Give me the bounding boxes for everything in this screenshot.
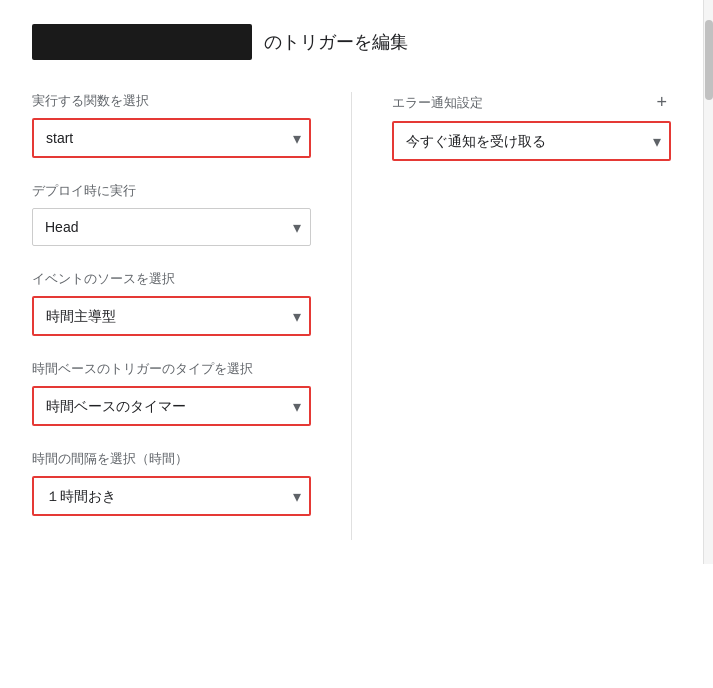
scrollbar-handle[interactable] [705, 20, 713, 100]
interval-select-wrapper: １時間おき ▾ [32, 476, 311, 516]
notification-select[interactable]: 今すぐ通知を受け取る [392, 121, 671, 161]
trigger-type-select-label: 時間ベースのトリガーのタイプを選択 [32, 360, 311, 378]
right-panel-title: エラー通知設定 [392, 94, 483, 112]
deploy-select[interactable]: Head [32, 208, 311, 246]
scrollbar[interactable] [703, 0, 713, 564]
function-select[interactable]: start [32, 118, 311, 158]
interval-select-group: 時間の間隔を選択（時間） １時間おき ▾ [32, 450, 311, 516]
deploy-select-wrapper: Head ▾ [32, 208, 311, 246]
page-title: のトリガーを編集 [264, 30, 408, 54]
left-panel: 実行する関数を選択 start ▾ デプロイ時に実行 [32, 92, 352, 540]
event-source-select-label: イベントのソースを選択 [32, 270, 311, 288]
notification-select-group: 今すぐ通知を受け取る ▾ [392, 121, 671, 161]
main-content: 実行する関数を選択 start ▾ デプロイ時に実行 [32, 92, 671, 540]
function-select-label: 実行する関数を選択 [32, 92, 311, 110]
event-source-select-group: イベントのソースを選択 時間主導型 ▾ [32, 270, 311, 336]
trigger-type-select-wrapper: 時間ベースのタイマー ▾ [32, 386, 311, 426]
notification-select-wrapper: 今すぐ通知を受け取る ▾ [392, 121, 671, 161]
event-source-select[interactable]: 時間主導型 [32, 296, 311, 336]
event-source-select-wrapper: 時間主導型 ▾ [32, 296, 311, 336]
trigger-type-select-group: 時間ベースのトリガーのタイプを選択 時間ベースのタイマー ▾ [32, 360, 311, 426]
trigger-type-select[interactable]: 時間ベースのタイマー [32, 386, 311, 426]
function-select-wrapper: start ▾ [32, 118, 311, 158]
header-black-box [32, 24, 252, 60]
right-panel: エラー通知設定 + 今すぐ通知を受け取る ▾ [352, 92, 671, 540]
scrollbar-track [704, 0, 713, 564]
function-select-group: 実行する関数を選択 start ▾ [32, 92, 311, 158]
interval-select[interactable]: １時間おき [32, 476, 311, 516]
deploy-select-label: デプロイ時に実行 [32, 182, 311, 200]
interval-select-label: 時間の間隔を選択（時間） [32, 450, 311, 468]
deploy-select-group: デプロイ時に実行 Head ▾ [32, 182, 311, 246]
add-notification-button[interactable]: + [652, 92, 671, 113]
right-panel-header: エラー通知設定 + [392, 92, 671, 113]
page-header: のトリガーを編集 [32, 24, 671, 60]
